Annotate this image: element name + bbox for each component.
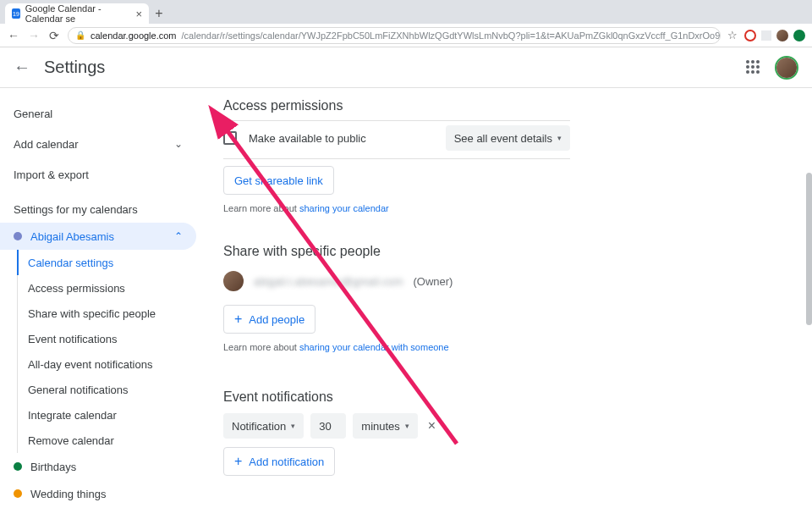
sidebar-calendar-label: Wedding things [30, 488, 106, 500]
sidebar-sub-allday-notifications[interactable]: All-day event notifications [18, 351, 203, 377]
sidebar-sub-general-notifications[interactable]: General notifications [18, 377, 203, 402]
get-shareable-link-button[interactable]: Get shareable link [223, 166, 334, 195]
sidebar-calendar-label: Abigail Abesamis [30, 230, 114, 243]
sidebar-sub-label: Integrate calendar [28, 409, 117, 422]
sidebar-item-import-export[interactable]: Import & export [0, 159, 196, 190]
notification-type-select[interactable]: Notification ▾ [223, 413, 304, 439]
scrollbar-thumb[interactable] [806, 173, 812, 325]
learn-more-link[interactable]: sharing your calendar [299, 203, 389, 213]
account-avatar[interactable] [775, 56, 798, 80]
sidebar-sub-label: Calendar settings [28, 257, 113, 269]
learn-prefix: Learn more about [223, 203, 299, 213]
sidebar-heading-my-calendars: Settings for my calendars [0, 190, 203, 223]
omnibox[interactable]: 🔒 calendar.google.com/calendar/r/setting… [68, 27, 721, 44]
sidebar-calendar-birthdays[interactable]: Birthdays [0, 453, 196, 480]
sidebar-item-label: Import & export [14, 168, 89, 181]
button-label: Add notification [249, 456, 324, 468]
calendar-color-dot [14, 462, 22, 471]
sidebar-subsections: Calendar settings Access permissions Sha… [17, 250, 203, 453]
nav-back-icon[interactable]: ← [7, 29, 20, 42]
button-label: Add people [249, 313, 304, 326]
sidebar-calendar-wedding[interactable]: Wedding things [0, 480, 196, 507]
select-label: Notification [232, 420, 286, 433]
chevron-down-icon: ⌄ [174, 138, 183, 150]
extension-icon[interactable] [744, 30, 756, 41]
sidebar-sub-remove-calendar[interactable]: Remove calendar [18, 428, 203, 453]
chevron-up-icon: ⌃ [174, 230, 183, 242]
settings-back-icon[interactable]: ← [14, 58, 30, 77]
browser-addressbar: ← → ⟳ 🔒 calendar.google.com/calendar/r/s… [0, 24, 812, 47]
sidebar-sub-label: Event notifications [28, 333, 118, 345]
settings-sidebar: General Add calendar ⌄ Import & export S… [0, 88, 203, 508]
person-email-blurred: abigail.t.abesamis@gmail.com [254, 275, 403, 288]
close-tab-icon[interactable]: × [135, 8, 142, 20]
bookmark-star-icon[interactable]: ☆ [727, 29, 738, 41]
chevron-down-icon: ▾ [405, 422, 409, 430]
add-people-button[interactable]: + Add people [223, 305, 315, 334]
input-value: 30 [319, 420, 331, 433]
page-title: Settings [44, 58, 105, 77]
url-origin: calendar.google.com [91, 30, 177, 41]
extension-icon[interactable] [761, 30, 771, 41]
avatar-image [776, 58, 797, 78]
lock-icon: 🔒 [75, 30, 85, 40]
scrollbar[interactable] [804, 88, 812, 508]
notification-unit-select[interactable]: minutes ▾ [353, 413, 418, 439]
plus-icon: + [234, 454, 242, 469]
sidebar-sub-access-permissions[interactable]: Access permissions [18, 275, 203, 301]
sidebar-sub-label: All-day event notifications [28, 358, 152, 371]
profile-small-icon[interactable] [776, 30, 788, 41]
add-notification-button[interactable]: + Add notification [223, 447, 335, 476]
section-title-event-notif: Event notifications [223, 389, 570, 405]
sidebar-item-general[interactable]: General [0, 98, 196, 129]
calendar-color-dot [14, 232, 22, 240]
chevron-down-icon: ▾ [291, 422, 295, 430]
sidebar-sub-integrate-calendar[interactable]: Integrate calendar [18, 402, 203, 428]
button-label: Get shareable link [234, 174, 323, 187]
url-path: /calendar/r/settings/calendar/YWJpZ2FpbC… [182, 30, 721, 41]
notification-value-input[interactable]: 30 [310, 413, 346, 439]
sidebar-sub-label: Share with specific people [28, 307, 156, 320]
sidebar-sub-calendar-settings[interactable]: Calendar settings [18, 250, 203, 275]
person-avatar [223, 271, 244, 291]
google-apps-icon[interactable] [746, 60, 761, 75]
make-public-row: Make available to public See all event d… [223, 121, 570, 155]
section-title-share: Share with specific people [223, 244, 570, 259]
nav-forward-icon[interactable]: → [27, 29, 41, 42]
sidebar-item-add-calendar[interactable]: Add calendar ⌄ [0, 129, 196, 159]
settings-content: Access permissions Make available to pub… [203, 88, 812, 508]
remove-notification-icon[interactable]: × [425, 418, 439, 433]
select-label: minutes [361, 420, 400, 433]
learn-prefix: Learn more about [223, 342, 299, 352]
sidebar-item-label: Add calendar [14, 138, 79, 151]
sidebar-sub-event-notifications[interactable]: Event notifications [18, 326, 203, 351]
owner-tag: (Owner) [414, 275, 453, 288]
calendar-color-dot [14, 489, 22, 498]
extension-icons [744, 30, 805, 41]
sidebar-sub-share-people[interactable]: Share with specific people [18, 301, 203, 326]
extension-icon[interactable] [793, 30, 805, 41]
learn-more-link[interactable]: sharing your calendar with someone [299, 342, 449, 352]
sidebar-sub-label: Remove calendar [28, 434, 114, 447]
favicon-icon: 19 [12, 8, 20, 19]
learn-more-text: Learn more about sharing your calendar w… [223, 342, 570, 352]
new-tab-button[interactable]: + [149, 3, 169, 24]
tab-title: Google Calendar - Calendar se [25, 3, 131, 24]
app-header: ← Settings [0, 47, 812, 88]
sidebar-calendar-label: Birthdays [30, 461, 76, 473]
sidebar-sub-label: Access permissions [28, 282, 125, 295]
browser-tab[interactable]: 19 Google Calendar - Calendar se × [5, 3, 149, 24]
shared-person-row: abigail.t.abesamis@gmail.com (Owner) [223, 268, 570, 295]
sidebar-calendar-primary[interactable]: Abigail Abesamis ⌃ [0, 223, 196, 250]
make-public-checkbox[interactable] [223, 131, 237, 145]
reload-icon[interactable]: ⟳ [47, 29, 61, 42]
visibility-dropdown-label: See all event details [454, 132, 552, 145]
visibility-dropdown[interactable]: See all event details ▾ [446, 125, 570, 151]
make-public-label: Make available to public [249, 132, 366, 145]
plus-icon: + [234, 312, 242, 327]
event-notification-row: Notification ▾ 30 minutes ▾ × [223, 413, 570, 439]
browser-tabbar: 19 Google Calendar - Calendar se × + [0, 0, 812, 24]
section-title-access: Access permissions [223, 98, 570, 113]
learn-more-text: Learn more about sharing your calendar [223, 203, 570, 213]
sidebar-item-label: General [14, 108, 52, 120]
